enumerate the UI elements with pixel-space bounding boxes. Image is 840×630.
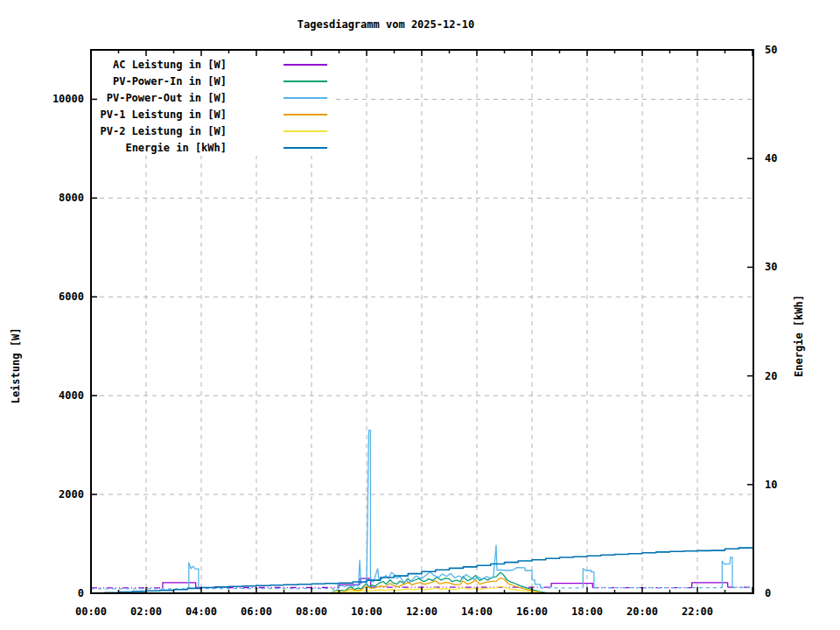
x-tick-label: 08:00 [296, 606, 327, 618]
tagesdiagramm-page: 00:0002:0004:0006:0008:0010:0012:0014:00… [0, 0, 840, 630]
x-tick-label: 22:00 [682, 606, 713, 618]
x-tick-label: 18:00 [571, 606, 603, 618]
y-right-tick-label: 10 [765, 479, 777, 491]
y-left-tick-label: 6000 [59, 290, 84, 303]
y-right-tick-label: 50 [765, 44, 777, 56]
y-right-tick-label: 30 [765, 261, 777, 273]
y-right-tick-label: 0 [765, 587, 771, 599]
right-axis-label: Energie [kWh] [793, 295, 805, 377]
x-tick-label: 04:00 [186, 606, 217, 618]
x-tick-label: 12:00 [406, 606, 438, 618]
legend-label-pvin: PV-Power-In in [W] [113, 75, 227, 88]
legend-label-pv1: PV-1 Leistung in [W] [101, 108, 228, 121]
y-right-tick-label: 40 [765, 152, 777, 164]
x-tick-label: 06:00 [241, 606, 272, 618]
y-left-tick-label: 8000 [59, 192, 84, 204]
x-tick-label: 02:00 [130, 606, 162, 618]
legend-label-energie: Energie in [kWh] [125, 142, 227, 154]
tagesdiagramm-chart: 00:0002:0004:0006:0008:0010:0012:0014:00… [0, 0, 840, 630]
chart-title: Tagesdiagramm vom 2025-12-10 [298, 18, 474, 31]
x-tick-label: 00:00 [75, 606, 107, 618]
y-left-tick-label: 4000 [59, 389, 84, 402]
y-left-tick-label: 2000 [59, 488, 84, 500]
x-tick-label: 10:00 [351, 606, 382, 618]
y-right-tick-label: 20 [765, 370, 777, 382]
legend-label-ac: AC Leistung in [W] [113, 59, 227, 71]
x-tick-label: 16:00 [516, 606, 548, 618]
x-tick-label: 14:00 [461, 606, 493, 618]
y-left-tick-label: 0 [78, 587, 84, 599]
y-left-tick-label: 10000 [52, 93, 84, 105]
x-tick-label: 20:00 [626, 606, 658, 618]
left-axis-label: Leistung [W] [10, 328, 22, 404]
legend-label-pv2: PV-2 Leistung in [W] [101, 125, 228, 137]
legend-label-pvout: PV-Power-Out in [W] [107, 92, 227, 104]
